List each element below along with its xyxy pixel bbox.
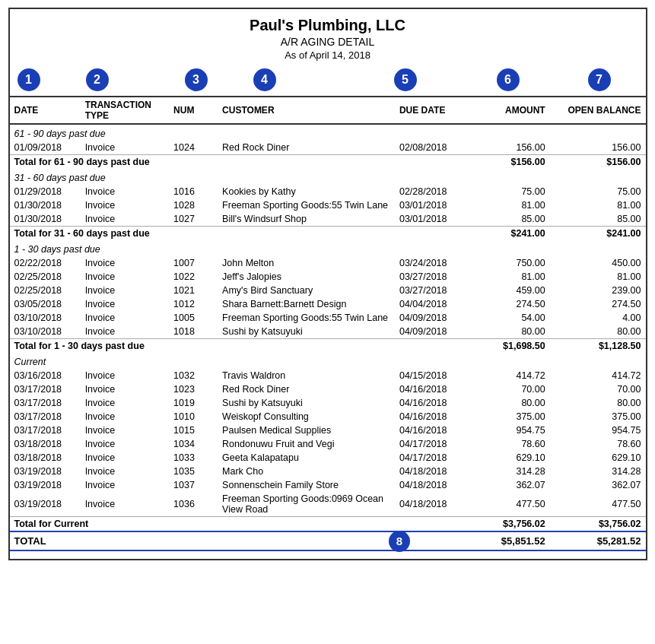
cell-customer: Jeff's Jalopies: [218, 270, 395, 284]
cell-due: 04/18/2018: [395, 492, 475, 517]
cell-date: 02/25/2018: [10, 284, 81, 297]
grand-total-amount: $5,851.52: [475, 531, 550, 550]
cell-due: 03/01/2018: [395, 198, 475, 212]
cell-due: 04/15/2018: [395, 369, 475, 382]
cell-num: 1023: [169, 382, 218, 396]
cell-customer: Red Rock Diner: [218, 382, 395, 396]
cell-num: 1027: [169, 212, 218, 227]
col-header-due: DUE DATE: [395, 97, 475, 124]
section-total-row: Total for 31 - 60 days past due $241.00 …: [10, 227, 646, 241]
cell-amount: 80.00: [475, 396, 550, 410]
cell-num: 1022: [169, 270, 218, 284]
cell-balance: 450.00: [550, 256, 646, 270]
cell-amount: 75.00: [475, 185, 550, 198]
col-header-amount: AMOUNT: [475, 97, 550, 124]
badge-6: 6: [497, 68, 520, 91]
cell-due: 04/04/2018: [395, 297, 475, 311]
section-header-label: 61 - 90 days past due: [10, 124, 646, 141]
grand-total-balance: $5,281.52: [550, 531, 646, 550]
badge-7: 7: [588, 68, 611, 91]
cell-type: Invoice: [81, 256, 169, 270]
cell-amount: 80.00: [475, 325, 550, 339]
cell-due: 04/16/2018: [395, 424, 475, 437]
section-total-amount: $241.00: [475, 227, 550, 241]
cell-due: 04/17/2018: [395, 437, 475, 451]
cell-type: Invoice: [81, 311, 169, 325]
cell-type: Invoice: [81, 284, 169, 297]
cell-customer: Freeman Sporting Goods:55 Twin Lane: [218, 311, 395, 325]
cell-due: 04/18/2018: [395, 478, 475, 492]
cell-customer: Rondonuwu Fruit and Vegi: [218, 437, 395, 451]
table-row: 03/17/2018 Invoice 1010 Weiskopf Consult…: [10, 410, 646, 424]
cell-balance: 314.28: [550, 465, 646, 478]
table-row: 03/19/2018 Invoice 1036 Freeman Sporting…: [10, 492, 646, 517]
table-row: 03/10/2018 Invoice 1018 Sushi by Katsuyu…: [10, 325, 646, 339]
cell-type: Invoice: [81, 492, 169, 517]
table-header-row: DATE TRANSACTIONTYPE NUM CUSTOMER DUE DA…: [10, 97, 646, 124]
section-total-label: Total for 1 - 30 days past due: [10, 339, 395, 354]
cell-balance: 70.00: [550, 382, 646, 396]
cell-amount: 70.00: [475, 382, 550, 396]
cell-type: Invoice: [81, 297, 169, 311]
section-total-row: Total for 1 - 30 days past due $1,698.50…: [10, 339, 646, 354]
cell-amount: 54.00: [475, 311, 550, 325]
cell-date: 01/09/2018: [10, 141, 81, 155]
cell-type: Invoice: [81, 141, 169, 155]
cell-balance: 629.10: [550, 451, 646, 465]
main-table: DATE TRANSACTIONTYPE NUM CUSTOMER DUE DA…: [10, 96, 646, 551]
report-container: Paul's Plumbing, LLC A/R AGING DETAIL As…: [8, 8, 647, 560]
cell-num: 1032: [169, 369, 218, 382]
cell-customer: Shara Barnett:Barnett Design: [218, 297, 395, 311]
section-total-balance: $1,128.50: [550, 339, 646, 354]
section-total-label: Total for 31 - 60 days past due: [10, 227, 395, 241]
cell-balance: 274.50: [550, 297, 646, 311]
table-row: 03/17/2018 Invoice 1019 Sushi by Katsuyu…: [10, 396, 646, 410]
cell-customer: Geeta Kalapatapu: [218, 451, 395, 465]
cell-date: 03/17/2018: [10, 382, 81, 396]
cell-num: 1019: [169, 396, 218, 410]
table-row: 02/22/2018 Invoice 1007 John Melton 03/2…: [10, 256, 646, 270]
cell-type: Invoice: [81, 212, 169, 227]
cell-balance: 75.00: [550, 185, 646, 198]
badge-8: 8: [389, 531, 410, 552]
cell-date: 03/19/2018: [10, 492, 81, 517]
section-header-label: 1 - 30 days past due: [10, 240, 646, 256]
cell-type: Invoice: [81, 451, 169, 465]
section-total-label: Total for 61 - 90 days past due: [10, 155, 395, 170]
cell-type: Invoice: [81, 382, 169, 396]
cell-customer: Mark Cho: [218, 465, 395, 478]
company-name: Paul's Plumbing, LLC: [10, 17, 646, 34]
col-header-customer: CUSTOMER: [218, 97, 395, 124]
cell-type: Invoice: [81, 478, 169, 492]
badge-1: 1: [17, 68, 40, 91]
table-row: 03/19/2018 Invoice 1035 Mark Cho 04/18/2…: [10, 465, 646, 478]
cell-date: 03/18/2018: [10, 437, 81, 451]
cell-date: 03/16/2018: [10, 369, 81, 382]
cell-type: Invoice: [81, 424, 169, 437]
cell-customer: Freeman Sporting Goods:55 Twin Lane: [218, 198, 395, 212]
table-row: 01/30/2018 Invoice 1027 Bill's Windsurf …: [10, 212, 646, 227]
cell-balance: 375.00: [550, 410, 646, 424]
cell-balance: 362.07: [550, 478, 646, 492]
section-total-amount: $3,756.02: [475, 517, 550, 532]
grand-total-row: TOTAL 8 $5,851.52 $5,281.52: [10, 531, 646, 550]
cell-num: 1007: [169, 256, 218, 270]
cell-num: 1034: [169, 437, 218, 451]
cell-due: 04/16/2018: [395, 382, 475, 396]
cell-amount: 85.00: [475, 212, 550, 227]
cell-num: 1033: [169, 451, 218, 465]
cell-amount: 459.00: [475, 284, 550, 297]
section-total-amount: $156.00: [475, 155, 550, 170]
cell-amount: 81.00: [475, 270, 550, 284]
cell-num: 1036: [169, 492, 218, 517]
cell-amount: 750.00: [475, 256, 550, 270]
cell-date: 03/17/2018: [10, 424, 81, 437]
cell-date: 01/29/2018: [10, 185, 81, 198]
cell-num: 1012: [169, 297, 218, 311]
section-header-row: 1 - 30 days past due: [10, 240, 646, 256]
section-total-label: Total for Current: [10, 517, 395, 532]
col-header-type: TRANSACTIONTYPE: [81, 97, 169, 124]
cell-amount: 156.00: [475, 141, 550, 155]
cell-date: 03/10/2018: [10, 325, 81, 339]
cell-due: 04/09/2018: [395, 325, 475, 339]
